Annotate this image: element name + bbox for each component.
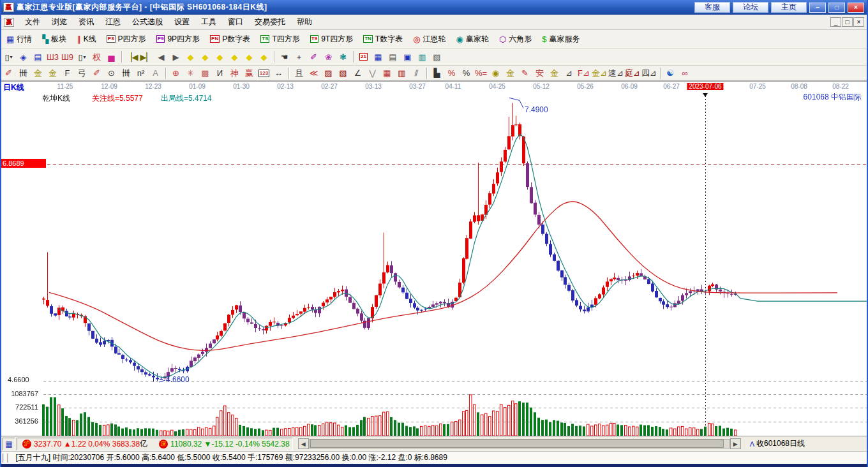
tool-crosshair[interactable]: +: [292, 50, 306, 63]
tool-taiji[interactable]: ☯: [664, 67, 677, 80]
child-minimize-button[interactable]: _: [830, 17, 841, 27]
tool-brush-2[interactable]: ✐: [90, 67, 103, 80]
toolbar-t-square[interactable]: TST四方形: [255, 31, 305, 47]
menu-item-9[interactable]: 帮助: [291, 15, 318, 28]
child-close-button[interactable]: ×: [853, 17, 864, 27]
tool-shen-grid[interactable]: 神: [228, 67, 241, 80]
menu-item-3[interactable]: 江恩: [100, 15, 126, 28]
toolbar-hexagon[interactable]: ⬡六角形: [494, 31, 537, 47]
tool-grid-red[interactable]: ▦: [380, 67, 394, 80]
tool-f10-doc[interactable]: ▤: [31, 50, 45, 63]
tool-an-line[interactable]: 安: [533, 67, 546, 80]
tool-time-fence[interactable]: 卌: [17, 67, 30, 80]
tool-save[interactable]: ▣: [401, 50, 414, 63]
restore-button[interactable]: □: [828, 3, 845, 13]
toolbar-9p-square[interactable]: P99P四方形: [151, 31, 205, 47]
tool-angle-j[interactable]: ⊿: [562, 67, 576, 80]
tool-pen-bar[interactable]: ✎: [518, 67, 532, 80]
tool-gold-grid-2[interactable]: 金: [46, 67, 59, 80]
tool-parallel[interactable]: ⫽: [410, 67, 423, 80]
tool-gold-grid-1[interactable]: 金: [31, 67, 45, 80]
menu-item-5[interactable]: 设置: [168, 15, 195, 28]
tool-hand[interactable]: ☚: [278, 50, 291, 63]
tool-angle-lines[interactable]: ∠: [351, 67, 364, 80]
tool-pct-line[interactable]: %: [445, 67, 458, 80]
toolbar-p-square[interactable]: P3P四方形: [101, 31, 151, 47]
menu-item-6[interactable]: 工具: [195, 15, 222, 28]
tool-gann-tool[interactable]: ❀: [322, 50, 335, 63]
minimize-button[interactable]: –: [809, 3, 826, 13]
tool-gold-line[interactable]: 金: [504, 67, 517, 80]
tool-angle-f[interactable]: F⊿: [577, 67, 590, 80]
close-button[interactable]: ×: [848, 3, 864, 13]
tool-bars-9[interactable]: Ш9: [61, 50, 74, 63]
tool-f-grid[interactable]: F: [61, 67, 74, 80]
tool-num-grid[interactable]: 123: [257, 67, 271, 80]
tool-angle-speed[interactable]: 速⊿: [608, 67, 624, 80]
tool-candle-style[interactable]: ▯▾: [75, 50, 89, 63]
menu-item-1[interactable]: 浏览: [46, 15, 73, 28]
tool-v-lines[interactable]: ⋁: [366, 67, 379, 80]
tool-measure[interactable]: ▙: [430, 67, 444, 80]
menu-item-2[interactable]: 资讯: [73, 15, 100, 28]
scroll-track[interactable]: [309, 439, 730, 448]
menu-item-0[interactable]: 文件: [19, 15, 46, 28]
grid-icon[interactable]: ▦: [3, 438, 15, 450]
tool-gold-circle[interactable]: ◉: [489, 67, 502, 80]
menu-item-4[interactable]: 公式选股: [126, 15, 168, 28]
tool-angle-four[interactable]: 四⊿: [641, 67, 657, 80]
tool-smart-brain[interactable]: ❃: [336, 50, 350, 63]
tool-angle-ting[interactable]: 庭⊿: [625, 67, 640, 80]
tool-gold-line-2[interactable]: 金: [548, 67, 561, 80]
tool-win-grid[interactable]: 赢: [243, 67, 256, 80]
scroll-right-button[interactable]: ▶: [730, 438, 741, 449]
tool-fan-box-2[interactable]: ▧: [336, 67, 350, 80]
tool-brush[interactable]: ✐: [2, 67, 15, 80]
toolbar-winner-service[interactable]: $赢家服务: [537, 31, 585, 47]
kline-chart-canvas[interactable]: [1, 91, 868, 436]
tool-fan-box[interactable]: ▨: [322, 67, 335, 80]
tool-histogram[interactable]: ▅: [105, 50, 118, 63]
tool-angle-a[interactable]: A: [149, 67, 162, 80]
tool-notes[interactable]: ▤: [386, 50, 400, 63]
tool-pattern[interactable]: ◈: [17, 50, 30, 63]
tool-span-arrow[interactable]: ↔: [272, 67, 285, 80]
menu-item-8[interactable]: 交易委托: [249, 15, 291, 28]
tool-fence-2[interactable]: 卌: [119, 67, 133, 80]
scroll-thumb[interactable]: [310, 440, 724, 448]
toolbar-p-table[interactable]: PNP数字表: [205, 31, 255, 47]
tool-angle-gold[interactable]: 金⊿: [592, 67, 607, 80]
home-button[interactable]: 主页: [771, 2, 807, 13]
tool-k-mark[interactable]: И: [213, 67, 227, 80]
tool-last-page[interactable]: ▶▏: [140, 50, 153, 63]
tool-time-circle[interactable]: ⊙: [105, 67, 118, 80]
tool-calendar[interactable]: 21: [357, 50, 370, 63]
tool-bars-3[interactable]: Ш3: [46, 50, 59, 63]
tool-pct-eq[interactable]: %=: [474, 67, 488, 80]
toolbar-kline[interactable]: ∥K线: [71, 31, 101, 47]
child-restore-button[interactable]: □: [842, 17, 853, 27]
tool-gann-box[interactable]: 且: [292, 67, 306, 80]
tool-capture[interactable]: ▥: [415, 50, 429, 63]
toolbar-gann-wheel[interactable]: ◎江恩轮: [408, 31, 451, 47]
tool-fan-lines[interactable]: ≪: [307, 67, 320, 80]
toolbar-winner-wheel[interactable]: ◉赢家轮: [451, 31, 494, 47]
tool-bow[interactable]: 弓: [75, 67, 89, 80]
tool-infinity[interactable]: ∞: [678, 67, 692, 80]
tool-diamond-x[interactable]: ◆: [228, 50, 241, 63]
tool-target-circle[interactable]: ⊕: [169, 67, 183, 80]
scroll-left-button[interactable]: ◀: [298, 438, 309, 449]
tool-diamond-h[interactable]: ◆: [213, 50, 227, 63]
tool-next[interactable]: ▶: [169, 50, 183, 63]
tool-rights[interactable]: 权: [90, 50, 103, 63]
toolbar-quotes[interactable]: ▦行情: [1, 31, 37, 47]
tool-target-grid[interactable]: ▩: [198, 67, 212, 80]
customer-service-button[interactable]: 客服: [694, 2, 730, 13]
tool-print[interactable]: ▧: [430, 50, 444, 63]
tool-n-square[interactable]: n²: [134, 67, 147, 80]
tool-diamond-right[interactable]: ◆: [198, 50, 212, 63]
tool-target-star[interactable]: ✳: [184, 67, 197, 80]
tool-diamond-all[interactable]: ◆: [257, 50, 271, 63]
tool-pct[interactable]: %: [460, 67, 473, 80]
tool-calculator[interactable]: ▦: [371, 50, 385, 63]
